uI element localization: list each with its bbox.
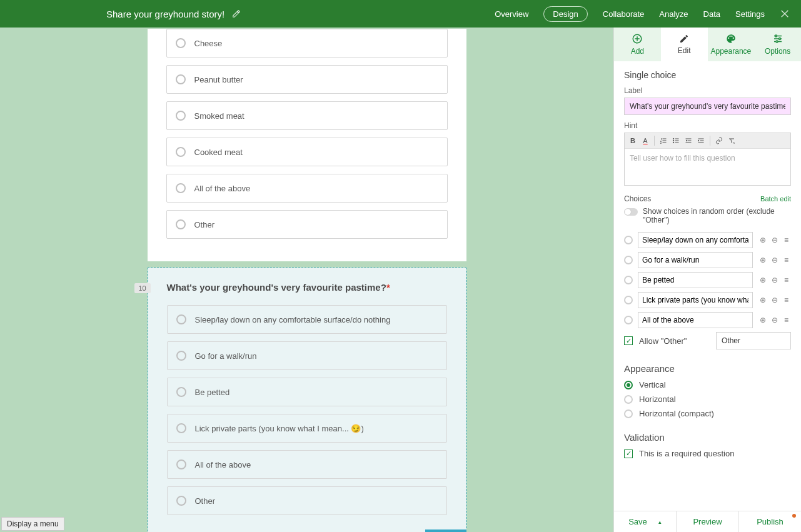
- font-color-icon[interactable]: A: [640, 135, 651, 146]
- hint-toolbar: B A: [625, 133, 790, 149]
- add-choice-icon[interactable]: ⊕: [758, 276, 767, 285]
- hint-editor: B A: [624, 133, 791, 186]
- choice-option[interactable]: Cheese: [166, 29, 448, 58]
- move-icon[interactable]: [453, 529, 466, 532]
- choice-input[interactable]: [638, 232, 753, 248]
- ol-icon[interactable]: [658, 135, 669, 146]
- nav-analyze[interactable]: Analyze: [659, 9, 688, 19]
- choice-input[interactable]: [638, 272, 753, 288]
- drag-handle-icon[interactable]: ≡: [782, 316, 791, 325]
- tab-appearance[interactable]: Appearance: [708, 28, 755, 61]
- side-panel-body[interactable]: Single choice Label Hint B A: [614, 61, 801, 511]
- choice-option[interactable]: Peanut butter: [166, 65, 448, 94]
- appearance-horizontal[interactable]: Horizontal: [624, 394, 791, 404]
- indent-icon[interactable]: [695, 135, 707, 146]
- remove-choice-icon[interactable]: ⊖: [770, 236, 779, 245]
- clear-format-icon[interactable]: [726, 135, 737, 146]
- tab-edit[interactable]: Edit: [661, 28, 708, 61]
- nav-design[interactable]: Design: [543, 6, 587, 22]
- canvas-inner: Cheese Peanut butter Smoked meat Cooked …: [74, 28, 540, 532]
- choice-label: Smoked meat: [194, 111, 244, 121]
- add-choice-icon[interactable]: ⊕: [758, 256, 767, 265]
- remove-choice-icon[interactable]: ⊖: [770, 316, 779, 325]
- choice-option[interactable]: All of the above: [167, 450, 447, 479]
- selected-question-block[interactable]: 10 What's your greyhound's very favourit…: [148, 268, 466, 532]
- save-button[interactable]: Save ▴: [614, 511, 676, 532]
- appearance-vertical[interactable]: Vertical: [624, 380, 791, 389]
- choice-input[interactable]: [638, 252, 753, 268]
- drag-handle-icon[interactable]: ≡: [782, 256, 791, 265]
- add-choice-icon[interactable]: ⊕: [758, 316, 767, 325]
- remove-choice-icon[interactable]: ⊖: [770, 296, 779, 305]
- choice-option[interactable]: All of the above: [166, 174, 448, 203]
- remove-choice-icon[interactable]: ⊖: [770, 256, 779, 265]
- choice-edit-row: ⊕ ⊖ ≡: [624, 232, 791, 248]
- svg-point-7: [673, 140, 674, 141]
- ul-icon[interactable]: [670, 135, 682, 146]
- choice-option[interactable]: Smoked meat: [166, 101, 448, 130]
- validation-required-row[interactable]: ✓ This is a required question: [624, 449, 791, 458]
- outdent-icon[interactable]: [683, 135, 694, 146]
- toggle-icon[interactable]: [624, 208, 638, 216]
- drag-handle-icon[interactable]: ≡: [782, 276, 791, 285]
- tab-options[interactable]: Options: [754, 28, 801, 61]
- tab-add[interactable]: Add: [614, 28, 661, 61]
- nav-data[interactable]: Data: [703, 9, 720, 19]
- bold-icon[interactable]: B: [627, 135, 638, 146]
- svg-point-3: [775, 35, 777, 37]
- radio-icon: [176, 111, 186, 121]
- appearance-horizontal-compact[interactable]: Horizontal (compact): [624, 409, 791, 418]
- add-choice-icon[interactable]: ⊕: [758, 236, 767, 245]
- remove-choice-icon[interactable]: ⊖: [770, 276, 779, 285]
- choices-label: Choices: [624, 194, 651, 203]
- add-choice-icon[interactable]: ⊕: [758, 296, 767, 305]
- pencil-icon: [679, 34, 689, 44]
- edit-title-icon[interactable]: [232, 9, 241, 18]
- choice-option[interactable]: Other: [167, 486, 447, 515]
- main-layout: Cheese Peanut butter Smoked meat Cooked …: [0, 28, 801, 532]
- publish-button[interactable]: Publish: [738, 511, 801, 532]
- choice-input[interactable]: [638, 292, 753, 308]
- bottom-bar: Save ▴ Preview Publish: [614, 511, 801, 532]
- choice-option[interactable]: Lick private parts (you know what I mean…: [167, 414, 447, 443]
- choice-input[interactable]: [638, 312, 753, 328]
- batch-edit-link[interactable]: Batch edit: [760, 195, 791, 203]
- drag-handle-icon[interactable]: ≡: [782, 236, 791, 245]
- random-order-toggle-row[interactable]: Show choices in random order (exclude "O…: [624, 207, 791, 224]
- drag-handle-icon[interactable]: ≡: [782, 296, 791, 305]
- radio-icon: [176, 496, 186, 506]
- required-checkbox[interactable]: ✓: [624, 449, 633, 458]
- choice-option[interactable]: Be petted: [167, 378, 447, 406]
- nav-collaborate[interactable]: Collaborate: [603, 9, 645, 19]
- question-number-badge: 10: [134, 283, 151, 293]
- choice-edit-row: ⊕ ⊖ ≡: [624, 292, 791, 308]
- choice-option[interactable]: Go for a walk/run: [167, 341, 447, 370]
- choice-option[interactable]: Cooked meat: [166, 138, 448, 166]
- radio-icon: [176, 219, 186, 229]
- nav-settings[interactable]: Settings: [735, 9, 765, 19]
- save-label: Save: [628, 517, 647, 526]
- choice-option[interactable]: Other: [166, 210, 448, 239]
- radio-icon: [176, 423, 186, 433]
- duplicate-icon[interactable]: [439, 529, 453, 532]
- preview-button[interactable]: Preview: [676, 511, 738, 532]
- caret-up-icon[interactable]: ▴: [658, 519, 662, 525]
- tools-icon[interactable]: [780, 9, 790, 19]
- label-input[interactable]: [624, 98, 791, 115]
- nav-overview[interactable]: Overview: [495, 9, 528, 19]
- plus-circle-icon: [632, 33, 643, 44]
- hint-field-label: Hint: [624, 121, 791, 130]
- link-icon[interactable]: [713, 135, 725, 146]
- validation-group: Validation ✓ This is a required question: [624, 432, 791, 458]
- allow-other-input[interactable]: [716, 332, 791, 349]
- choice-label: All of the above: [195, 460, 251, 469]
- survey-title-wrap: Share your greyhound story!: [106, 9, 241, 19]
- choice-option[interactable]: Sleep/lay down on any comfortable surfac…: [167, 305, 447, 334]
- hint-textarea[interactable]: Tell user how to fill this question: [625, 149, 790, 185]
- palette-icon: [725, 33, 737, 44]
- appearance-vertical-label: Vertical: [639, 380, 666, 389]
- close-icon[interactable]: [425, 529, 439, 532]
- allow-other-checkbox[interactable]: ✓: [624, 336, 633, 345]
- svg-point-5: [776, 41, 778, 43]
- svg-point-4: [778, 38, 780, 40]
